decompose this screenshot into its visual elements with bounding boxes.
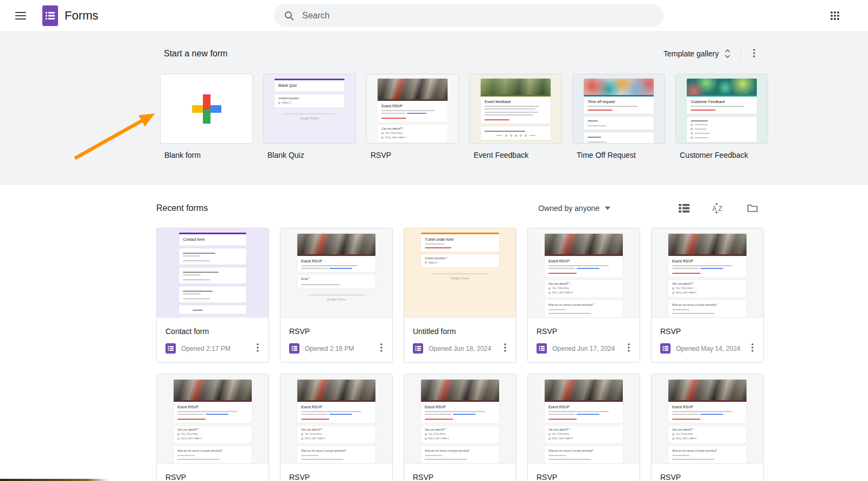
form-title: RSVP <box>660 327 758 336</box>
opened-label: Opened May 14, 2024 <box>676 345 747 352</box>
form-title: RSVP <box>289 473 387 481</box>
form-card[interactable]: Event RSVP Can you attend? * Yes, I'll b… <box>651 228 764 363</box>
preview-title: Event RSVP <box>672 259 743 263</box>
preview-title: Time off request <box>588 100 649 104</box>
folder-button[interactable] <box>743 200 762 217</box>
more-vert-icon <box>504 343 506 352</box>
list-view-button[interactable] <box>674 200 694 217</box>
radio-icon <box>672 433 674 435</box>
template-gallery-label: Template gallery <box>663 49 719 58</box>
template-card-time-off-request[interactable]: Time off request <box>572 74 665 144</box>
template-label: Blank Quiz <box>267 151 356 159</box>
radio-icon <box>672 438 674 440</box>
sort-button[interactable]: AZ <box>708 198 729 218</box>
opened-label: Opened Jun 18, 2024 <box>429 345 500 352</box>
card-menu-button[interactable] <box>500 341 510 356</box>
event-photo <box>174 380 252 400</box>
option-label: Yes, I'll be there <box>675 287 693 290</box>
form-card[interactable]: T-shirt order form Untitled Question * O… <box>404 228 516 363</box>
template-card-blank-quiz[interactable]: Blank Quiz Untitled Question Option 1 Go… <box>263 74 356 144</box>
preview-question: Can you attend? * <box>425 428 495 431</box>
preview-question: Can you attend? * <box>548 428 619 431</box>
preview-title: Event RSVP <box>381 104 443 108</box>
radio-icon <box>691 124 693 126</box>
form-card[interactable]: Event RSVP Can you attend? * Yes, I'll b… <box>651 374 764 481</box>
form-card[interactable]: Event RSVP Can you attend? * Yes, I'll b… <box>527 228 640 363</box>
preview-question: Can you attend? * <box>177 428 248 431</box>
apps-grid-icon <box>830 11 840 21</box>
option-label: Yes, I'll be there <box>304 433 322 435</box>
preview-question: What are the names of people attending? <box>672 304 743 306</box>
preview-question: Untitled Question <box>278 97 340 100</box>
form-card[interactable]: Event RSVP Can you attend? * Yes, I'll b… <box>527 374 640 481</box>
form-title: RSVP <box>165 473 263 481</box>
event-photo <box>545 380 623 400</box>
celebration-illustration <box>687 79 756 95</box>
preview-question: What are the names of people attending? <box>548 304 619 306</box>
radio-icon <box>278 102 280 104</box>
form-preview: Event RSVP Can you attend? * Yes, I'll b… <box>652 374 763 464</box>
card-menu-button[interactable] <box>623 341 634 356</box>
radio-icon <box>177 438 180 440</box>
form-card[interactable]: Event RSVP Can you attend? * Yes, I'll b… <box>404 374 516 481</box>
card-menu-button[interactable] <box>747 341 758 356</box>
form-card[interactable]: Event RSVP Email * Google Forms RSVP Ope… <box>280 228 393 363</box>
template-card-rsvp[interactable]: Event RSVP Can you attend? * Yes, I'll b… <box>366 74 459 144</box>
option-label: Sorry, can't make it <box>675 437 696 440</box>
option-label: Yes, I'll be there <box>385 132 403 134</box>
preview-title: Event RSVP <box>425 405 495 409</box>
preview-question: What are the names of people attending? <box>425 450 495 452</box>
option-label: Yes, I'll be there <box>181 433 198 435</box>
start-new-form-title: Start a new form <box>164 49 227 59</box>
preview-field-label: Email * <box>301 277 372 280</box>
preview-question: Can you attend? * <box>548 282 619 285</box>
owned-by-label: Owned by anyone <box>538 204 599 213</box>
preview-question: What are the names of people attending? <box>301 450 372 452</box>
form-preview: Event RSVP Can you attend? * Yes, I'll b… <box>404 374 516 464</box>
template-card-blank-form[interactable] <box>160 74 253 144</box>
template-label: Time Off Request <box>577 151 665 159</box>
preview-title: Blank Quiz <box>278 84 340 87</box>
card-menu-button[interactable] <box>252 341 263 356</box>
form-card[interactable]: Event RSVP Can you attend? * Yes, I'll b… <box>156 374 269 481</box>
app-header: Forms <box>0 0 868 31</box>
form-preview: Event RSVP Can you attend? * Yes, I'll b… <box>528 374 640 464</box>
card-menu-button[interactable] <box>376 341 387 356</box>
preview-question: Can you attend? * <box>301 428 372 431</box>
screenshot-artifact <box>0 479 108 481</box>
form-card[interactable]: Event RSVP Can you attend? * Yes, I'll b… <box>280 374 393 481</box>
preview-title: Event RSVP <box>301 405 372 409</box>
option-label: Sorry, can't make it <box>428 437 449 440</box>
apps-grid-button[interactable] <box>826 7 844 25</box>
preview-question: Can you attend? * <box>672 428 743 431</box>
form-title: RSVP <box>537 473 634 481</box>
hamburger-icon <box>15 12 26 20</box>
event-photo <box>378 79 447 99</box>
search-bar[interactable] <box>274 4 663 27</box>
form-card[interactable]: Contact form Contact form Opened 2:17 PM <box>156 228 269 363</box>
forms-logo-icon[interactable] <box>42 5 58 26</box>
annotation-arrow-icon <box>71 111 160 163</box>
watercolor-photo <box>584 79 653 95</box>
preview-question: Can you attend? * <box>672 282 743 285</box>
svg-text:Z: Z <box>718 205 722 213</box>
main-menu-button[interactable] <box>11 8 30 24</box>
template-gallery-button[interactable]: Template gallery <box>661 46 733 62</box>
opened-label: Opened 2:17 PM <box>181 345 252 352</box>
form-title: RSVP <box>413 473 510 481</box>
owned-by-filter[interactable]: Owned by anyone <box>537 201 611 216</box>
preview-question: Untitled Question * <box>425 256 495 260</box>
form-title: Contact form <box>165 327 263 336</box>
list-view-icon <box>679 204 690 213</box>
template-card-customer-feedback[interactable]: Customer Feedback <box>675 74 768 144</box>
google-forms-brand: Google Forms <box>421 277 499 280</box>
templates-section: Start a new form Template gallery Blank … <box>0 31 868 185</box>
option-label: Sorry, can't make it <box>181 437 201 440</box>
event-photo <box>668 380 746 400</box>
template-card-event-feedback[interactable]: Event feedback <box>469 74 562 144</box>
search-input[interactable] <box>302 11 654 21</box>
preview-title: Event RSVP <box>548 405 619 409</box>
radio-icon <box>425 261 427 264</box>
recent-forms-title: Recent forms <box>156 203 208 213</box>
more-options-button[interactable] <box>749 47 760 61</box>
